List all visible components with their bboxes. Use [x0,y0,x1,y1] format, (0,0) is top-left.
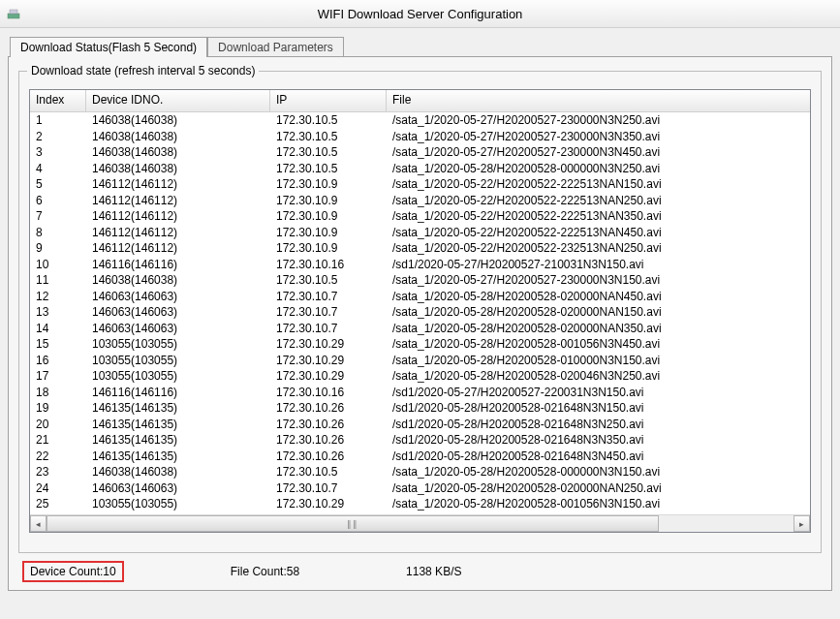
cell-index: 6 [30,193,86,209]
column-header-ip[interactable]: IP [270,90,387,111]
tab-download-parameters[interactable]: Download Parameters [207,37,344,57]
cell-file: /sata_1/2020-05-28/H20200528-020000NAN35… [387,321,810,337]
cell-device: 146038(146038) [86,464,270,480]
cell-index: 25 [30,496,86,512]
app-icon [6,6,21,21]
table-row[interactable]: 23146038(146038)172.30.10.5/sata_1/2020-… [30,464,810,480]
cell-device: 146038(146038) [86,129,270,145]
table-row[interactable]: 17103055(103055)172.30.10.29/sata_1/2020… [30,368,810,385]
cell-ip: 172.30.10.9 [270,240,387,257]
cell-device: 146063(146063) [86,304,270,321]
cell-index: 5 [30,176,86,193]
cell-ip: 172.30.10.29 [270,336,387,353]
cell-device: 146038(146038) [86,112,270,129]
scroll-track[interactable]: ‖‖ [47,515,793,532]
table-row[interactable]: 2146038(146038)172.30.10.5/sata_1/2020-0… [30,129,810,145]
table-row[interactable]: 13146063(146063)172.30.10.7/sata_1/2020-… [30,304,810,321]
cell-index: 3 [30,144,86,161]
cell-file: /sd1/2020-05-27/H20200527-220031N3N150.a… [387,385,810,401]
column-header-index[interactable]: Index [30,90,86,111]
table-row[interactable]: 19146135(146135)172.30.10.26/sd1/2020-05… [30,400,810,417]
listview[interactable]: Index Device IDNO. IP File 1146038(14603… [29,89,811,533]
tab-label: Download Parameters [218,41,333,54]
cell-index: 20 [30,417,86,433]
column-header-device[interactable]: Device IDNO. [86,90,270,111]
cell-file: /sata_1/2020-05-22/H20200522-222513NAN45… [387,225,810,241]
cell-file: /sata_1/2020-05-22/H20200522-222513NAN15… [387,176,810,193]
cell-index: 12 [30,289,86,305]
cell-device: 146135(146135) [86,449,270,465]
table-row[interactable]: 20146135(146135)172.30.10.26/sd1/2020-05… [30,417,810,433]
cell-index: 18 [30,385,86,401]
table-row[interactable]: 14146063(146063)172.30.10.7/sata_1/2020-… [30,321,810,337]
cell-ip: 172.30.10.29 [270,353,387,369]
groupbox-title: Download state (refresh interval 5 secon… [27,64,259,77]
cell-ip: 172.30.10.7 [270,289,387,305]
cell-device: 103055(103055) [86,496,270,512]
cell-device: 103055(103055) [86,336,270,353]
cell-device: 146135(146135) [86,400,270,417]
cell-device: 146038(146038) [86,161,270,177]
cell-index: 11 [30,272,86,289]
cell-device: 146116(146116) [86,385,270,401]
table-row[interactable]: 16103055(103055)172.30.10.29/sata_1/2020… [30,353,810,369]
cell-device: 146063(146063) [86,289,270,305]
device-count-label: Device Count:10 [30,565,116,578]
table-row[interactable]: 3146038(146038)172.30.10.5/sata_1/2020-0… [30,144,810,161]
cell-file: /sata_1/2020-05-28/H20200528-020046N3N25… [387,368,810,385]
table-row[interactable]: 11146038(146038)172.30.10.5/sata_1/2020-… [30,272,810,289]
cell-device: 146038(146038) [86,272,270,289]
cell-device: 103055(103055) [86,353,270,369]
cell-ip: 172.30.10.5 [270,464,387,480]
cell-device: 146063(146063) [86,480,270,497]
table-row[interactable]: 22146135(146135)172.30.10.26/sd1/2020-05… [30,449,810,465]
cell-ip: 172.30.10.16 [270,385,387,401]
table-row[interactable]: 9146112(146112)172.30.10.9/sata_1/2020-0… [30,240,810,257]
scroll-thumb[interactable]: ‖‖ [47,515,659,532]
cell-index: 22 [30,449,86,465]
cell-file: /sd1/2020-05-28/H20200528-021648N3N450.a… [387,449,810,465]
table-row[interactable]: 8146112(146112)172.30.10.9/sata_1/2020-0… [30,225,810,241]
cell-ip: 172.30.10.5 [270,112,387,129]
cell-device: 146112(146112) [86,176,270,193]
table-row[interactable]: 7146112(146112)172.30.10.9/sata_1/2020-0… [30,208,810,225]
cell-ip: 172.30.10.5 [270,144,387,161]
cell-index: 1 [30,112,86,129]
table-row[interactable]: 6146112(146112)172.30.10.9/sata_1/2020-0… [30,193,810,209]
cell-file: /sd1/2020-05-28/H20200528-021648N3N350.a… [387,432,810,449]
speed-label: 1138 KB/S [406,565,461,578]
cell-device: 146116(146116) [86,257,270,273]
tab-download-status[interactable]: Download Status(Flash 5 Second) [10,37,207,57]
scroll-right-button[interactable]: ▸ [793,515,810,532]
cell-ip: 172.30.10.29 [270,368,387,385]
svg-rect-1 [10,10,17,14]
table-row[interactable]: 12146063(146063)172.30.10.7/sata_1/2020-… [30,289,810,305]
cell-ip: 172.30.10.26 [270,432,387,449]
cell-device: 146063(146063) [86,321,270,337]
tab-page: Download state (refresh interval 5 secon… [8,56,832,591]
table-row[interactable]: 15103055(103055)172.30.10.29/sata_1/2020… [30,336,810,353]
table-row[interactable]: 21146135(146135)172.30.10.26/sd1/2020-05… [30,432,810,449]
cell-file: /sata_1/2020-05-28/H20200528-000000N3N15… [387,464,810,480]
cell-file: /sata_1/2020-05-27/H20200527-230000N3N15… [387,272,810,289]
cell-index: 10 [30,257,86,273]
table-row[interactable]: 5146112(146112)172.30.10.9/sata_1/2020-0… [30,176,810,193]
table-row[interactable]: 25103055(103055)172.30.10.29/sata_1/2020… [30,496,810,512]
table-row[interactable]: 4146038(146038)172.30.10.5/sata_1/2020-0… [30,161,810,177]
cell-index: 9 [30,240,86,257]
cell-ip: 172.30.10.29 [270,496,387,512]
horizontal-scrollbar[interactable]: ◂ ‖‖ ▸ [30,514,810,532]
cell-index: 7 [30,208,86,225]
cell-file: /sata_1/2020-05-22/H20200522-222513NAN25… [387,193,810,209]
column-header-file[interactable]: File [387,90,810,111]
cell-device: 146112(146112) [86,208,270,225]
cell-file: /sd1/2020-05-27/H20200527-210031N3N150.a… [387,257,810,273]
table-row[interactable]: 10146116(146116)172.30.10.16/sd1/2020-05… [30,257,810,273]
cell-ip: 172.30.10.5 [270,161,387,177]
cell-ip: 172.30.10.9 [270,225,387,241]
table-row[interactable]: 24146063(146063)172.30.10.7/sata_1/2020-… [30,480,810,497]
scroll-left-button[interactable]: ◂ [30,515,47,532]
table-row[interactable]: 18146116(146116)172.30.10.16/sd1/2020-05… [30,385,810,401]
table-row[interactable]: 1146038(146038)172.30.10.5/sata_1/2020-0… [30,112,810,129]
cell-index: 13 [30,304,86,321]
